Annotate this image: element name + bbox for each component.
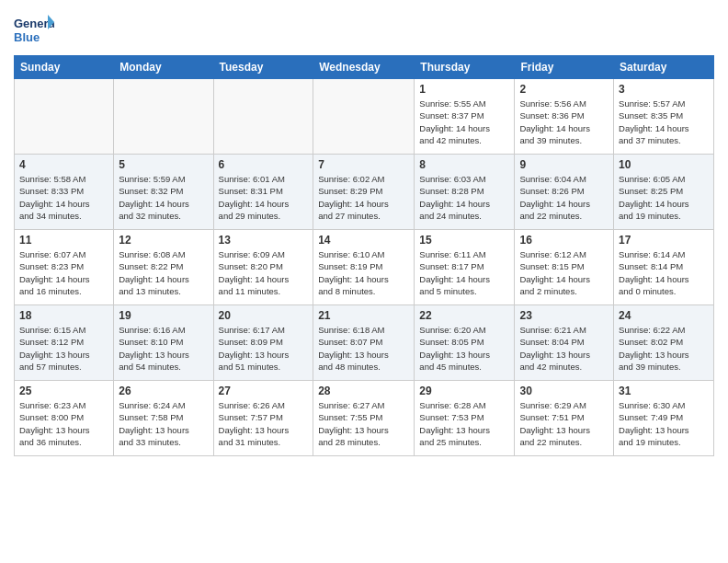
day-cell: 21Sunrise: 6:18 AM Sunset: 8:07 PM Dayli… — [313, 305, 415, 381]
week-row-2: 4Sunrise: 5:58 AM Sunset: 8:33 PM Daylig… — [15, 155, 714, 230]
day-number: 22 — [419, 309, 509, 322]
day-cell: 27Sunrise: 6:26 AM Sunset: 7:57 PM Dayli… — [213, 381, 313, 456]
column-header-sunday: Sunday — [15, 56, 114, 79]
day-info: Sunrise: 6:04 AM Sunset: 8:26 PM Dayligh… — [519, 173, 609, 222]
day-cell: 30Sunrise: 6:29 AM Sunset: 7:51 PM Dayli… — [515, 381, 614, 456]
day-cell — [213, 79, 313, 155]
day-number: 23 — [519, 309, 609, 322]
day-info: Sunrise: 5:57 AM Sunset: 8:35 PM Dayligh… — [619, 98, 709, 146]
day-cell: 29Sunrise: 6:28 AM Sunset: 7:53 PM Dayli… — [415, 381, 515, 456]
day-number: 15 — [419, 234, 509, 247]
column-header-monday: Monday — [114, 56, 213, 79]
day-info: Sunrise: 6:15 AM Sunset: 8:12 PM Dayligh… — [19, 324, 108, 373]
column-header-wednesday: Wednesday — [313, 56, 415, 79]
day-info: Sunrise: 6:11 AM Sunset: 8:17 PM Dayligh… — [419, 248, 509, 297]
day-cell: 18Sunrise: 6:15 AM Sunset: 8:12 PM Dayli… — [15, 305, 114, 381]
day-number: 27 — [219, 385, 309, 397]
day-number: 21 — [318, 309, 409, 322]
day-cell: 13Sunrise: 6:09 AM Sunset: 8:20 PM Dayli… — [213, 230, 313, 305]
day-cell: 22Sunrise: 6:20 AM Sunset: 8:05 PM Dayli… — [415, 305, 515, 381]
day-info: Sunrise: 6:17 AM Sunset: 8:09 PM Dayligh… — [219, 324, 309, 373]
day-info: Sunrise: 6:01 AM Sunset: 8:31 PM Dayligh… — [219, 173, 309, 222]
day-cell: 6Sunrise: 6:01 AM Sunset: 8:31 PM Daylig… — [213, 155, 313, 230]
day-number: 4 — [19, 158, 108, 171]
day-number: 8 — [419, 158, 509, 171]
day-cell: 20Sunrise: 6:17 AM Sunset: 8:09 PM Dayli… — [213, 305, 313, 381]
svg-text:Blue: Blue — [14, 30, 40, 44]
day-number: 19 — [119, 309, 208, 322]
day-number: 28 — [318, 385, 409, 397]
day-cell: 16Sunrise: 6:12 AM Sunset: 8:15 PM Dayli… — [515, 230, 614, 305]
day-number: 17 — [619, 234, 709, 247]
day-cell: 9Sunrise: 6:04 AM Sunset: 8:26 PM Daylig… — [515, 155, 614, 230]
day-info: Sunrise: 6:27 AM Sunset: 7:55 PM Dayligh… — [318, 399, 409, 448]
column-header-tuesday: Tuesday — [213, 56, 313, 79]
day-number: 5 — [119, 158, 208, 171]
day-cell: 17Sunrise: 6:14 AM Sunset: 8:14 PM Dayli… — [614, 230, 714, 305]
day-info: Sunrise: 6:10 AM Sunset: 8:19 PM Dayligh… — [318, 248, 409, 297]
day-info: Sunrise: 6:07 AM Sunset: 8:23 PM Dayligh… — [19, 248, 108, 297]
day-cell: 19Sunrise: 6:16 AM Sunset: 8:10 PM Dayli… — [114, 305, 213, 381]
day-number: 26 — [119, 385, 208, 397]
day-cell: 2Sunrise: 5:56 AM Sunset: 8:36 PM Daylig… — [515, 79, 614, 155]
column-header-saturday: Saturday — [614, 56, 714, 79]
day-cell: 1Sunrise: 5:55 AM Sunset: 8:37 PM Daylig… — [415, 79, 515, 155]
day-cell: 31Sunrise: 6:30 AM Sunset: 7:49 PM Dayli… — [614, 381, 714, 456]
day-cell: 23Sunrise: 6:21 AM Sunset: 8:04 PM Dayli… — [515, 305, 614, 381]
day-cell: 14Sunrise: 6:10 AM Sunset: 8:19 PM Dayli… — [313, 230, 415, 305]
day-cell: 8Sunrise: 6:03 AM Sunset: 8:28 PM Daylig… — [415, 155, 515, 230]
day-number: 6 — [219, 158, 309, 171]
logo: General Blue — [14, 13, 54, 50]
day-cell: 5Sunrise: 5:59 AM Sunset: 8:32 PM Daylig… — [114, 155, 213, 230]
day-info: Sunrise: 6:02 AM Sunset: 8:29 PM Dayligh… — [318, 173, 409, 222]
day-cell: 3Sunrise: 5:57 AM Sunset: 8:35 PM Daylig… — [614, 79, 714, 155]
day-cell: 25Sunrise: 6:23 AM Sunset: 8:00 PM Dayli… — [15, 381, 114, 456]
day-info: Sunrise: 6:21 AM Sunset: 8:04 PM Dayligh… — [519, 324, 609, 373]
day-number: 12 — [119, 234, 208, 247]
day-cell: 24Sunrise: 6:22 AM Sunset: 8:02 PM Dayli… — [614, 305, 714, 381]
day-cell: 4Sunrise: 5:58 AM Sunset: 8:33 PM Daylig… — [15, 155, 114, 230]
day-info: Sunrise: 6:26 AM Sunset: 7:57 PM Dayligh… — [219, 399, 309, 448]
calendar-page: General Blue SundayMondayTuesdayWednesda… — [0, 0, 728, 465]
day-info: Sunrise: 6:29 AM Sunset: 7:51 PM Dayligh… — [519, 399, 609, 448]
day-number: 20 — [219, 309, 309, 322]
week-row-5: 25Sunrise: 6:23 AM Sunset: 8:00 PM Dayli… — [15, 381, 714, 456]
day-info: Sunrise: 6:18 AM Sunset: 8:07 PM Dayligh… — [318, 324, 409, 373]
day-info: Sunrise: 6:16 AM Sunset: 8:10 PM Dayligh… — [119, 324, 208, 373]
day-number: 3 — [619, 83, 709, 96]
day-cell — [15, 79, 114, 155]
day-cell — [114, 79, 213, 155]
day-number: 13 — [219, 234, 309, 247]
day-info: Sunrise: 6:09 AM Sunset: 8:20 PM Dayligh… — [219, 248, 309, 297]
day-cell: 28Sunrise: 6:27 AM Sunset: 7:55 PM Dayli… — [313, 381, 415, 456]
day-number: 10 — [619, 158, 709, 171]
day-number: 7 — [318, 158, 409, 171]
day-info: Sunrise: 6:20 AM Sunset: 8:05 PM Dayligh… — [419, 324, 509, 373]
day-number: 9 — [519, 158, 609, 171]
day-info: Sunrise: 6:30 AM Sunset: 7:49 PM Dayligh… — [619, 399, 709, 448]
week-row-1: 1Sunrise: 5:55 AM Sunset: 8:37 PM Daylig… — [15, 79, 714, 155]
day-info: Sunrise: 6:03 AM Sunset: 8:28 PM Dayligh… — [419, 173, 509, 222]
header-area: General Blue — [14, 9, 714, 50]
day-info: Sunrise: 5:59 AM Sunset: 8:32 PM Dayligh… — [119, 173, 208, 222]
day-number: 16 — [519, 234, 609, 247]
day-info: Sunrise: 6:22 AM Sunset: 8:02 PM Dayligh… — [619, 324, 709, 373]
day-cell: 10Sunrise: 6:05 AM Sunset: 8:25 PM Dayli… — [614, 155, 714, 230]
day-info: Sunrise: 5:55 AM Sunset: 8:37 PM Dayligh… — [419, 98, 509, 146]
day-number: 14 — [318, 234, 409, 247]
day-number: 24 — [619, 309, 709, 322]
day-info: Sunrise: 6:08 AM Sunset: 8:22 PM Dayligh… — [119, 248, 208, 297]
day-cell — [313, 79, 415, 155]
logo-svg: General Blue — [14, 13, 54, 50]
day-info: Sunrise: 6:12 AM Sunset: 8:15 PM Dayligh… — [519, 248, 609, 297]
day-info: Sunrise: 6:23 AM Sunset: 8:00 PM Dayligh… — [19, 399, 108, 448]
column-header-friday: Friday — [515, 56, 614, 79]
day-info: Sunrise: 6:24 AM Sunset: 7:58 PM Dayligh… — [119, 399, 208, 448]
day-number: 18 — [19, 309, 108, 322]
day-cell: 12Sunrise: 6:08 AM Sunset: 8:22 PM Dayli… — [114, 230, 213, 305]
calendar-table: SundayMondayTuesdayWednesdayThursdayFrid… — [14, 55, 714, 456]
day-info: Sunrise: 5:56 AM Sunset: 8:36 PM Dayligh… — [519, 98, 609, 146]
day-cell: 11Sunrise: 6:07 AM Sunset: 8:23 PM Dayli… — [15, 230, 114, 305]
day-cell: 7Sunrise: 6:02 AM Sunset: 8:29 PM Daylig… — [313, 155, 415, 230]
day-cell: 15Sunrise: 6:11 AM Sunset: 8:17 PM Dayli… — [415, 230, 515, 305]
